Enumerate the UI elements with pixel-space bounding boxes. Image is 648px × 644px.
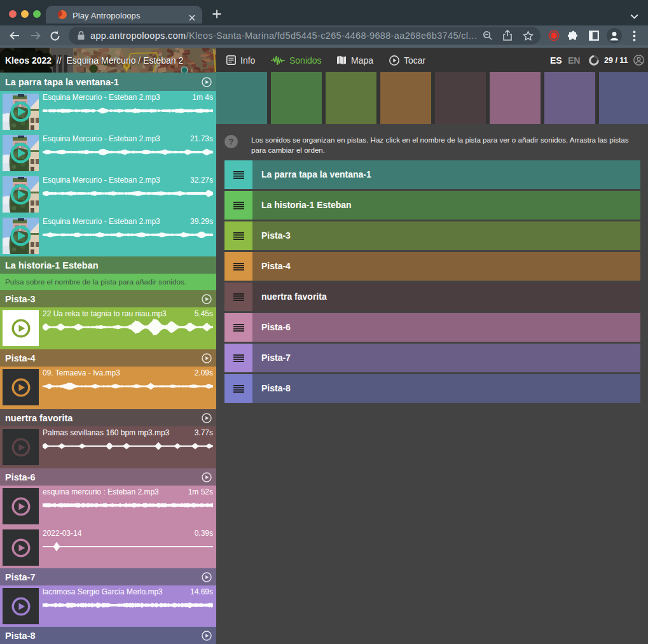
svg-text:?: ? <box>229 137 234 146</box>
